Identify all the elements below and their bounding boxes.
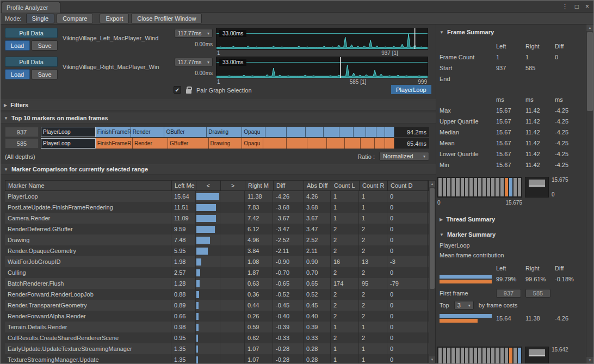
table-row[interactable]: Camera.Render11.097.42-3.673.67110 bbox=[5, 213, 429, 224]
marker-segment[interactable] bbox=[263, 138, 286, 149]
marker-segment[interactable] bbox=[265, 127, 287, 137]
table-row[interactable]: PlayerLoop15.6411.38-4.264.26110 bbox=[5, 191, 429, 202]
lock-icon[interactable] bbox=[186, 89, 191, 94]
first-frame-left-button[interactable]: 937 bbox=[496, 289, 521, 298]
mode-single-button[interactable]: Single bbox=[26, 14, 55, 23]
window-tab[interactable]: Profile Analyzer bbox=[2, 2, 60, 13]
table-row[interactable]: BatchRenderer.Flush1.280.63-0.650.651749… bbox=[5, 278, 429, 289]
marker-segment[interactable]: PlayerLoop bbox=[41, 138, 96, 149]
column-header[interactable]: Diff bbox=[274, 181, 304, 190]
marker-segment[interactable] bbox=[366, 127, 376, 137]
pull-data-button-right[interactable]: Pull Data bbox=[5, 57, 58, 67]
marker-segment[interactable] bbox=[287, 138, 308, 149]
filters-section-header[interactable]: ▶ Filters bbox=[1, 100, 436, 110]
column-header[interactable]: Left Me bbox=[172, 181, 196, 190]
comparison-section-header[interactable]: ▼ Marker Comparison for currently select… bbox=[1, 164, 436, 175]
thread-summary-header[interactable]: ▶ Thread Summary bbox=[440, 216, 495, 223]
marker-segment[interactable]: FinishFrameR bbox=[96, 138, 133, 149]
close-profiler-window-button[interactable]: Close Profiler Window bbox=[131, 14, 202, 23]
scroll-down-icon[interactable]: ▼ bbox=[586, 357, 593, 363]
marker-segment[interactable] bbox=[327, 138, 344, 149]
table-row[interactable]: Render.OpaqueGeometry5.953.84-2.112.1122… bbox=[5, 245, 429, 256]
marker-segment[interactable] bbox=[361, 138, 375, 149]
marker-segment[interactable] bbox=[339, 127, 354, 137]
marker-segment[interactable]: Drawing bbox=[207, 127, 242, 137]
range-max-dropdown-left[interactable]: 117.77ms ▾ bbox=[175, 29, 213, 38]
pull-data-button-left[interactable]: Pull Data bbox=[5, 28, 58, 38]
column-header[interactable]: Right M bbox=[245, 181, 274, 190]
marker-segment[interactable]: Drawing bbox=[209, 138, 243, 149]
column-header[interactable]: Count L bbox=[331, 181, 360, 190]
frame-number-chip[interactable]: 937 bbox=[5, 127, 39, 137]
panel-scrollbar-thumb[interactable] bbox=[587, 32, 593, 111]
frame-time-graph-right[interactable]: 33.00ms bbox=[216, 57, 428, 78]
marker-segment[interactable] bbox=[376, 127, 385, 137]
top10-row[interactable]: 937PlayerLoopFinishFrameRRenderGBufferDr… bbox=[5, 127, 429, 137]
marker-segment[interactable]: GBuffer bbox=[164, 127, 207, 137]
marker-summary-header[interactable]: ▼ Marker Summary bbox=[440, 231, 496, 238]
marker-segment[interactable] bbox=[385, 138, 394, 149]
marker-segment[interactable]: Opaqu bbox=[242, 138, 263, 149]
marker-segment[interactable] bbox=[375, 138, 385, 149]
table-row[interactable]: EarlyUpdate.UpdateTextureStreamingManage… bbox=[5, 343, 429, 354]
table-scrollbar-thumb[interactable] bbox=[430, 188, 435, 289]
marker-segment[interactable] bbox=[306, 127, 323, 137]
range-max-dropdown-right[interactable]: 117.77ms ▾ bbox=[175, 58, 213, 66]
top10-section-header[interactable]: ▼ Top 10 markers on median frames bbox=[1, 113, 436, 124]
column-header[interactable]: Count D bbox=[388, 181, 428, 190]
histogram-bars[interactable] bbox=[437, 177, 522, 198]
first-frame-right-button[interactable]: 585 bbox=[525, 289, 550, 298]
selected-marker-chip[interactable]: PlayerLoop bbox=[391, 85, 431, 94]
marker-segment[interactable] bbox=[354, 127, 366, 137]
table-row[interactable]: RenderDeferred.GBuffer9.596.12-3.473.472… bbox=[5, 224, 429, 235]
load-button-right[interactable]: Load bbox=[5, 69, 30, 79]
menu-icon[interactable]: ⋮ bbox=[562, 3, 568, 10]
top10-row[interactable]: 585PlayerLoopFinishFrameRRenderGBufferDr… bbox=[5, 138, 429, 149]
marker-segment[interactable] bbox=[345, 138, 361, 149]
table-row[interactable]: Terrain.Details.Render0.980.59-0.390.391… bbox=[5, 322, 429, 332]
marker-segment[interactable]: Render bbox=[133, 138, 168, 149]
frame-number-chip[interactable]: 585 bbox=[5, 138, 39, 149]
table-row[interactable]: Drawing7.484.96-2.522.52220 bbox=[5, 235, 429, 245]
marker-segment[interactable]: GBuffer bbox=[168, 138, 209, 149]
marker-segment[interactable]: Opaqu bbox=[242, 127, 265, 137]
table-row[interactable]: PostLateUpdate.FinishFrameRendering11.51… bbox=[5, 202, 429, 213]
table-row[interactable]: WaitForJobGroupID1.981.08-0.900.901613-3 bbox=[5, 256, 429, 267]
marker-segment[interactable] bbox=[324, 127, 339, 137]
frame-time-graph-left[interactable]: 33.00ms bbox=[216, 28, 428, 50]
marker-segment[interactable] bbox=[307, 138, 327, 149]
marker-segment[interactable]: PlayerLoop bbox=[41, 127, 96, 137]
pair-graph-selection-checkbox[interactable]: ✔ bbox=[174, 86, 181, 94]
marker-segment[interactable] bbox=[287, 127, 306, 137]
table-row[interactable]: Render.TransparentGeometry0.890.44-0.450… bbox=[5, 300, 429, 311]
column-header[interactable]: > bbox=[221, 181, 245, 190]
table-row[interactable]: CullResults.CreateSharedRendererScene0.9… bbox=[5, 332, 429, 343]
column-header[interactable]: Abs Diff bbox=[304, 181, 331, 190]
save-button-left[interactable]: Save bbox=[32, 40, 58, 51]
column-header[interactable]: Marker Name bbox=[5, 181, 172, 190]
panel-scrollbar[interactable]: ▲ ▼ bbox=[586, 24, 593, 363]
save-button-right[interactable]: Save bbox=[32, 69, 58, 79]
top-n-dropdown[interactable]: 3 ▾ bbox=[454, 301, 474, 310]
table-scrollbar[interactable]: ▲ ▼ bbox=[429, 180, 436, 363]
scroll-down-icon[interactable]: ▼ bbox=[429, 356, 435, 363]
export-button[interactable]: Export bbox=[100, 14, 129, 23]
scroll-up-icon[interactable]: ▲ bbox=[586, 24, 593, 31]
column-header[interactable]: < bbox=[196, 181, 221, 190]
marker-segment[interactable]: Render bbox=[131, 127, 165, 137]
table-row[interactable]: RenderForwardAlpha.Render0.660.26-0.400.… bbox=[5, 311, 429, 322]
column-header[interactable]: Count R bbox=[360, 181, 388, 190]
maximize-icon[interactable]: □ bbox=[575, 3, 579, 10]
table-row[interactable]: TextureStreamingManager.Update1.351.07-0… bbox=[5, 354, 429, 363]
marker-segment[interactable]: FinishFrameR bbox=[96, 127, 131, 137]
close-icon[interactable]: × bbox=[585, 3, 589, 10]
frame-summary-header[interactable]: ▼ Frame Summary bbox=[440, 29, 494, 35]
scroll-up-icon[interactable]: ▲ bbox=[429, 181, 435, 187]
ratio-dropdown[interactable]: Normalized ▾ bbox=[379, 152, 429, 161]
load-button-left[interactable]: Load bbox=[5, 40, 30, 51]
table-row[interactable]: Culling2.571.87-0.700.70220 bbox=[5, 267, 429, 278]
marker-segment[interactable] bbox=[385, 127, 394, 137]
table-row[interactable]: RenderForward.RenderLoopJob0.880.36-0.52… bbox=[5, 289, 429, 300]
mode-compare-button[interactable]: Compare bbox=[57, 14, 93, 23]
histogram-bars[interactable] bbox=[437, 347, 522, 364]
